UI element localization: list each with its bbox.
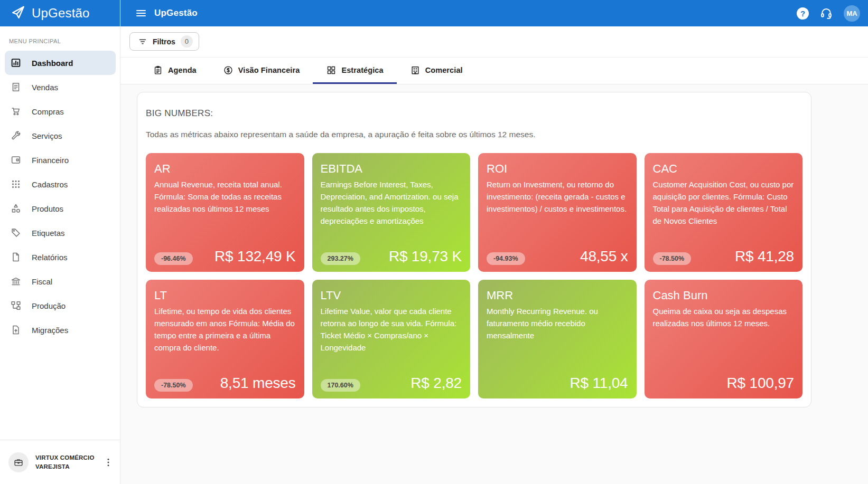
big-numbers-panel: BIG NUMBERS: Todas as métricas abaixo re… <box>137 92 811 407</box>
metric-card-ebitda: EBITDA Earnings Before Interest, Taxes, … <box>312 153 471 272</box>
metric-title: CAC <box>653 162 795 176</box>
panel-subtitle: Todas as métricas abaixo representam a s… <box>146 130 802 139</box>
metric-card-ltv: LTV Lifetime Value, valor que cada clien… <box>312 280 471 398</box>
tab-comercial[interactable]: Comercial <box>397 58 476 84</box>
metric-title: EBITDA <box>321 162 462 176</box>
tab-agenda[interactable]: Agenda <box>139 58 210 84</box>
metric-card-mrr: MRR Monthly Recurring Revenue. ou fatura… <box>478 280 637 398</box>
sidebar-item-financeiro[interactable]: Financeiro <box>0 148 116 172</box>
sidebar-item-servicos[interactable]: Serviços <box>0 124 116 148</box>
metric-description: Lifetime, ou tempo de vida dos clientes … <box>154 306 296 354</box>
sidebar-item-label: Compras <box>32 107 64 116</box>
tab-visao-financeira[interactable]: Visão Financeira <box>210 58 313 84</box>
content-area: BIG NUMBERS: Todas as métricas abaixo re… <box>120 84 868 484</box>
wrench-icon <box>10 130 22 141</box>
kebab-menu-icon[interactable] <box>102 456 115 469</box>
metric-change-badge: -96.46% <box>154 252 193 265</box>
metric-description: Annual Revenue, receita total anual. Fór… <box>154 179 296 215</box>
shapes-icon <box>10 203 22 214</box>
sidebar-nav: Dashboard Vendas Compras Serviços Financ… <box>0 51 120 342</box>
bank-icon <box>10 276 22 287</box>
filters-count-badge: 0 <box>181 35 193 48</box>
filters-toolbar: Filtros 0 <box>120 26 868 58</box>
tab-label: Comercial <box>425 66 463 74</box>
sidebar-item-label: Cadastros <box>32 180 68 189</box>
dollar-circle-icon <box>223 65 234 75</box>
main-area: UpGestão ? MA Filtros 0 Agenda Visão Fin… <box>120 0 868 484</box>
metric-card-cac: CAC Customer Acquisition Cost, ou custo … <box>645 153 803 272</box>
hamburger-menu-icon[interactable] <box>135 7 147 20</box>
panel-title: BIG NUMBERS: <box>146 108 802 119</box>
metric-change-badge: -78.50% <box>653 252 692 265</box>
metric-description: Return on Investment, ou retorno do inve… <box>487 179 628 215</box>
menu-section-label: MENU PRINCIPAL <box>0 34 120 51</box>
sidebar-item-label: Migrações <box>32 326 68 335</box>
sidebar-item-fiscal[interactable]: Fiscal <box>0 269 116 293</box>
metric-card-roi: ROI Return on Investment, ou retorno do … <box>478 153 637 272</box>
tab-label: Agenda <box>168 66 197 74</box>
metric-value: 48,55 x <box>580 248 628 265</box>
sidebar-item-produtos[interactable]: Produtos <box>0 196 116 221</box>
headset-support-icon[interactable] <box>819 6 833 20</box>
filter-icon <box>138 37 147 46</box>
help-icon[interactable]: ? <box>797 7 809 20</box>
metric-description: Monthly Recurring Revenue. ou faturament… <box>487 306 628 342</box>
metric-value: R$ 11,04 <box>570 375 628 392</box>
metric-value: R$ 19,73 K <box>389 248 462 265</box>
tab-label: Visão Financeira <box>238 66 300 74</box>
company-name: VIRTUX COMÉRCIO VAREJISTA <box>35 453 95 471</box>
grid-icon <box>326 65 337 75</box>
metric-card-cash-burn: Cash Burn Queima de caixa ou seja as des… <box>645 280 803 398</box>
tabs-bar: Agenda Visão Financeira Estratégica Come… <box>120 58 868 84</box>
file-upload-icon <box>10 324 22 336</box>
briefcase-icon <box>13 457 24 468</box>
metric-title: AR <box>154 162 296 176</box>
file-icon <box>10 251 22 263</box>
metric-value: R$ 41,28 <box>735 248 794 265</box>
metric-title: LTV <box>321 289 462 302</box>
sidebar-item-vendas[interactable]: Vendas <box>0 75 116 99</box>
metric-title: LT <box>154 289 296 302</box>
sidebar-item-producao[interactable]: Produção <box>0 293 116 318</box>
metric-card-ar: AR Annual Revenue, receita total anual. … <box>146 153 304 272</box>
user-avatar[interactable]: MA <box>844 5 860 22</box>
sidebar-item-cadastros[interactable]: Cadastros <box>0 172 116 196</box>
sidebar-item-compras[interactable]: Compras <box>0 99 116 124</box>
wallet-icon <box>10 154 22 166</box>
sidebar-item-dashboard[interactable]: Dashboard <box>5 51 116 75</box>
cart-icon <box>10 106 22 117</box>
topbar: UpGestão ? MA <box>120 0 868 26</box>
topbar-title: UpGestão <box>154 8 198 18</box>
sidebar-item-label: Financeiro <box>32 156 69 165</box>
logo-text: UpGestão <box>32 6 90 21</box>
clipboard-icon <box>153 65 163 75</box>
bar-chart-icon <box>10 57 22 69</box>
sidebar-item-migracoes[interactable]: Migrações <box>0 318 116 342</box>
building-icon <box>410 65 421 75</box>
company-avatar <box>8 452 29 472</box>
sidebar-item-etiquetas[interactable]: Etiquetas <box>0 221 116 245</box>
tab-label: Estratégica <box>341 66 383 74</box>
sidebar-item-label: Produtos <box>32 204 63 213</box>
sidebar-menu: MENU PRINCIPAL Dashboard Vendas Compras … <box>0 26 120 440</box>
sidebar-item-label: Etiquetas <box>32 229 65 238</box>
metric-value: R$ 132,49 K <box>214 248 295 265</box>
apps-icon <box>10 178 22 190</box>
sidebar-item-label: Relatórios <box>32 253 68 262</box>
metric-description: Lifetime Value, valor que cada cliente r… <box>321 306 462 354</box>
metric-card-lt: LT Lifetime, ou tempo de vida dos client… <box>146 280 304 398</box>
metric-title: ROI <box>487 162 628 176</box>
metric-value: 8,51 meses <box>220 375 296 392</box>
tab-estrategica[interactable]: Estratégica <box>313 58 396 84</box>
metric-description: Customer Acquisition Cost, ou custo por … <box>653 179 795 227</box>
metric-description: Queima de caixa ou seja as despesas real… <box>653 306 795 330</box>
sidebar-item-label: Vendas <box>32 83 58 92</box>
sidebar-item-label: Dashboard <box>32 59 73 68</box>
flow-icon <box>10 300 22 311</box>
sidebar-item-relatorios[interactable]: Relatórios <box>0 245 116 269</box>
sidebar-logo-bar: UpGestão <box>0 0 120 26</box>
company-selector[interactable]: VIRTUX COMÉRCIO VAREJISTA <box>0 440 120 484</box>
filters-button[interactable]: Filtros 0 <box>129 32 199 51</box>
metric-title: MRR <box>487 289 628 302</box>
receipt-icon <box>10 81 22 93</box>
